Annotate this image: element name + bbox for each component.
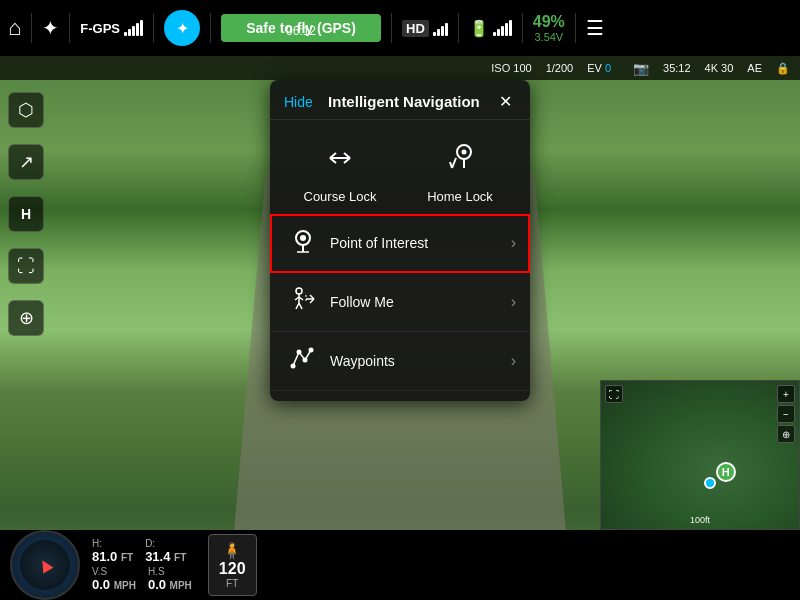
hspeed-value: 0.0 MPH: [148, 577, 192, 592]
flight-mode-indicator[interactable]: ✦: [164, 10, 200, 46]
height-item: H: 81.0 FT: [92, 538, 133, 564]
battery-signal-section: 🔋: [469, 19, 512, 38]
hspeed-unit: MPH: [170, 580, 192, 591]
modal-title: Intelligent Navigation: [321, 93, 487, 110]
svg-line-19: [299, 303, 302, 309]
modal-grid: Course Lock Home Lock: [270, 120, 530, 214]
home-icon[interactable]: ⌂: [8, 15, 21, 41]
compass-inner: ▲: [20, 540, 70, 590]
svg-point-14: [296, 288, 302, 294]
distance-unit: FT: [174, 552, 186, 563]
svg-point-7: [462, 150, 467, 155]
iso-value: ISO 100: [491, 62, 531, 74]
mini-map-background: H 100ft + − ⊕ ⛶: [601, 381, 799, 529]
altitude-distance-row: H: 81.0 FT D: 31.4 FT: [92, 538, 192, 564]
bat-bar-1: [493, 32, 496, 36]
mini-map-zoom-in[interactable]: +: [777, 385, 795, 403]
bar-1: [124, 32, 127, 36]
hspeed-item: H.S 0.0 MPH: [148, 566, 192, 592]
divider-4: [210, 13, 211, 43]
modal-hide-button[interactable]: Hide: [284, 94, 313, 110]
distance-value: 31.4 FT: [145, 549, 186, 564]
bat-bar-2: [497, 29, 500, 36]
distance-label: D:: [145, 538, 186, 549]
waypoints-item[interactable]: Waypoints ›: [270, 332, 530, 391]
mini-map-drone-marker: [704, 477, 716, 489]
home-lock-label: Home Lock: [427, 189, 493, 204]
intelligent-navigation-modal: Hide Intelligent Navigation ✕ Course Loc…: [270, 80, 530, 401]
divider-5: [391, 13, 392, 43]
resolution: 4K 30: [705, 62, 734, 74]
compass-arrow-icon: ▲: [31, 550, 60, 580]
nav-icon: ⛶: [17, 256, 35, 277]
svg-point-27: [309, 348, 314, 353]
altitude-unit: FT: [226, 578, 238, 589]
menu-icon[interactable]: ☰: [586, 16, 604, 40]
sidebar-btn-return[interactable]: ↗: [8, 144, 44, 180]
mini-map: H 100ft + − ⊕ ⛶: [600, 380, 800, 530]
lock-icon: 🔒: [776, 62, 790, 75]
sidebar-btn-nav[interactable]: ⛶: [8, 248, 44, 284]
speed-row: V.S 0.0 MPH H.S 0.0 MPH: [92, 566, 192, 592]
mini-map-compass-btn[interactable]: ⊕: [777, 425, 795, 443]
home-point-icon: H: [21, 206, 31, 222]
poi-icon: [284, 226, 322, 260]
course-lock-icon: [322, 140, 358, 183]
ev-value: 0: [605, 62, 611, 74]
sidebar-btn-compass[interactable]: ⊕: [8, 300, 44, 336]
battery-signal-bars: [493, 20, 512, 36]
bottom-status-bar: ▲ H: 81.0 FT D: 31.4 FT V.S 0.0 MPH: [0, 530, 800, 600]
drone-icon: ✦: [42, 16, 59, 40]
svg-point-11: [300, 235, 306, 241]
waypoints-icon: [284, 344, 322, 378]
modal-close-button[interactable]: ✕: [495, 92, 516, 111]
compass-widget: ▲: [10, 530, 80, 600]
altitude-value: 120: [219, 560, 246, 578]
mini-map-home-marker: H: [716, 462, 736, 482]
course-lock-item[interactable]: Course Lock: [280, 130, 400, 214]
bar-3: [132, 26, 135, 36]
telemetry-section: H: 81.0 FT D: 31.4 FT V.S 0.0 MPH H.S: [92, 538, 192, 592]
ae-label: AE: [747, 62, 762, 74]
mini-map-expand-btn[interactable]: ⛶: [605, 385, 623, 403]
course-lock-label: Course Lock: [304, 189, 377, 204]
storage-icon: 📷: [633, 61, 649, 76]
svg-point-26: [303, 358, 308, 363]
left-sidebar: ⬡ ↗ H ⛶ ⊕: [0, 80, 48, 348]
sidebar-btn-obstacle[interactable]: ⬡: [8, 92, 44, 128]
bat-bar-4: [505, 23, 508, 36]
hd-section: HD: [402, 20, 448, 37]
camera-status-bar: ISO 100 1/200 EV 0 📷 35:12 4K 30 AE 🔒: [0, 56, 800, 80]
top-status-bar: ⌂ ✦ F-GPS ✦ Safe to fly (GPS) 06:12 HD: [0, 0, 800, 56]
home-lock-icon: [442, 140, 478, 183]
home-lock-item[interactable]: Home Lock: [400, 130, 520, 214]
follow-me-icon: [284, 285, 322, 319]
svg-line-18: [296, 303, 299, 309]
divider-3: [153, 13, 154, 43]
height-unit: FT: [121, 552, 133, 563]
sidebar-btn-home[interactable]: H: [8, 196, 44, 232]
waypoints-chevron: ›: [511, 352, 516, 370]
divider-8: [575, 13, 576, 43]
point-of-interest-item[interactable]: Point of Interest ›: [270, 214, 530, 273]
bar-5: [140, 20, 143, 36]
bar-2: [128, 29, 131, 36]
battery-percentage-section: 49% 3.54V: [533, 13, 565, 43]
follow-me-chevron: ›: [511, 293, 516, 311]
mini-map-zoom-out[interactable]: −: [777, 405, 795, 423]
follow-me-label: Follow Me: [330, 294, 511, 310]
svg-point-25: [297, 350, 302, 355]
hd-bar-3: [441, 26, 444, 36]
follow-me-item[interactable]: Follow Me ›: [270, 273, 530, 332]
mini-map-controls: + − ⊕: [777, 385, 795, 443]
signal-bars: [124, 20, 143, 36]
vspeed-item: V.S 0.0 MPH: [92, 566, 136, 592]
distance-item: D: 31.4 FT: [145, 538, 186, 564]
hd-bar-1: [433, 32, 436, 36]
divider-1: [31, 13, 32, 43]
bar-4: [136, 23, 139, 36]
flight-mode-icon: ✦: [176, 19, 189, 38]
divider-2: [69, 13, 70, 43]
svg-line-9: [450, 162, 452, 168]
obstacle-icon: ⬡: [18, 99, 34, 121]
